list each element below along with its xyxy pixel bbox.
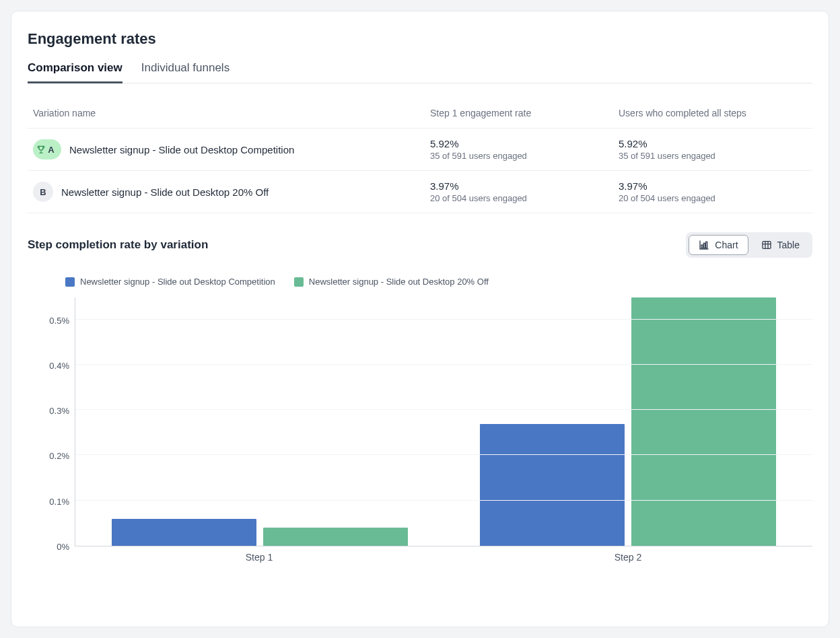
grid-line <box>75 454 812 455</box>
x-axis: Step 1Step 2 <box>75 552 812 563</box>
x-tick-label: Step 1 <box>75 552 444 563</box>
y-tick-label: 0% <box>57 542 69 552</box>
variation-letter: B <box>40 187 46 197</box>
x-tick-label: Step 2 <box>444 552 812 563</box>
legend-swatch-a <box>65 277 75 287</box>
svg-rect-1 <box>704 243 705 248</box>
winner-badge: A <box>33 139 61 160</box>
svg-rect-3 <box>763 242 771 249</box>
legend-label-b: Newsletter signup - Slide out Desktop 20… <box>309 277 489 287</box>
bar <box>480 424 625 546</box>
allsteps-pct: 3.97% <box>619 180 807 192</box>
view-tabs: Comparison view Individual funnels <box>28 60 812 83</box>
chart-legend: Newsletter signup - Slide out Desktop Co… <box>65 277 812 287</box>
y-tick-label: 0.5% <box>49 315 69 325</box>
step1-pct: 3.97% <box>430 180 605 192</box>
variation-cell: B Newsletter signup - Slide out Desktop … <box>33 182 417 202</box>
y-tick-label: 0.4% <box>49 360 69 370</box>
y-tick-label: 0.2% <box>49 451 69 461</box>
col-variation-name: Variation name <box>33 108 417 118</box>
toggle-chart-button[interactable]: Chart <box>689 235 748 255</box>
allsteps-sub: 35 of 591 users engaged <box>619 151 807 161</box>
page-title: Engagement rates <box>28 30 812 48</box>
grid-line <box>75 500 812 501</box>
variation-name: Newsletter signup - Slide out Desktop Co… <box>69 144 294 155</box>
trophy-icon <box>36 145 46 154</box>
y-tick-label: 0.1% <box>49 496 69 506</box>
chart-area: 0%0.1%0.2%0.3%0.4%0.5% <box>28 297 812 546</box>
toggle-table-label: Table <box>777 240 800 250</box>
legend-item-a: Newsletter signup - Slide out Desktop Co… <box>65 277 275 287</box>
allsteps-sub: 20 of 504 users engaged <box>619 193 807 203</box>
plot-area <box>75 297 812 546</box>
chart-title: Step completion rate by variation <box>28 238 208 252</box>
bar-group <box>444 297 813 546</box>
table-icon <box>761 240 772 250</box>
table-header-row: Variation name Step 1 engagement rate Us… <box>28 87 812 129</box>
legend-swatch-b <box>294 277 304 287</box>
step1-pct: 5.92% <box>430 138 605 149</box>
chart-table-toggle: Chart Table <box>686 232 812 258</box>
allsteps-metric: 3.97% 20 of 504 users engaged <box>619 180 807 203</box>
table-row: A Newsletter signup - Slide out Desktop … <box>28 129 812 171</box>
bar-groups <box>75 297 812 546</box>
variation-badge: B <box>33 182 53 202</box>
allsteps-pct: 5.92% <box>619 138 807 149</box>
engagement-rates-card: Engagement rates Comparison view Individ… <box>11 11 829 627</box>
chart-section-header: Step completion rate by variation Chart … <box>28 232 812 258</box>
svg-rect-0 <box>701 245 703 248</box>
step1-sub: 35 of 591 users engaged <box>430 151 605 161</box>
step1-sub: 20 of 504 users engaged <box>430 193 605 203</box>
grid-line <box>75 409 812 410</box>
bar <box>112 519 256 546</box>
bar-group <box>75 297 444 546</box>
tab-comparison-view[interactable]: Comparison view <box>28 60 123 83</box>
bar <box>631 297 776 546</box>
legend-item-b: Newsletter signup - Slide out Desktop 20… <box>294 277 489 287</box>
variation-letter: A <box>48 145 54 155</box>
toggle-chart-label: Chart <box>715 240 738 250</box>
variation-cell: A Newsletter signup - Slide out Desktop … <box>33 139 417 160</box>
grid-line <box>75 319 812 320</box>
table-row: B Newsletter signup - Slide out Desktop … <box>28 171 812 213</box>
bar-chart-icon <box>699 240 709 250</box>
allsteps-metric: 5.92% 35 of 591 users engaged <box>619 138 807 161</box>
grid-line <box>75 364 812 365</box>
legend-label-a: Newsletter signup - Slide out Desktop Co… <box>80 277 275 287</box>
y-tick-label: 0.3% <box>49 406 69 416</box>
col-step1-rate: Step 1 engagement rate <box>430 108 605 118</box>
step1-metric: 5.92% 35 of 591 users engaged <box>430 138 605 161</box>
step1-metric: 3.97% 20 of 504 users engaged <box>430 180 605 203</box>
tab-individual-funnels[interactable]: Individual funnels <box>141 60 230 83</box>
svg-rect-2 <box>706 242 707 248</box>
variation-name: Newsletter signup - Slide out Desktop 20… <box>61 186 269 198</box>
y-axis: 0%0.1%0.2%0.3%0.4%0.5% <box>28 297 75 546</box>
bar <box>263 528 408 546</box>
variations-table: Variation name Step 1 engagement rate Us… <box>28 87 812 213</box>
toggle-table-button[interactable]: Table <box>751 235 810 255</box>
col-completed-all: Users who completed all steps <box>619 108 807 118</box>
